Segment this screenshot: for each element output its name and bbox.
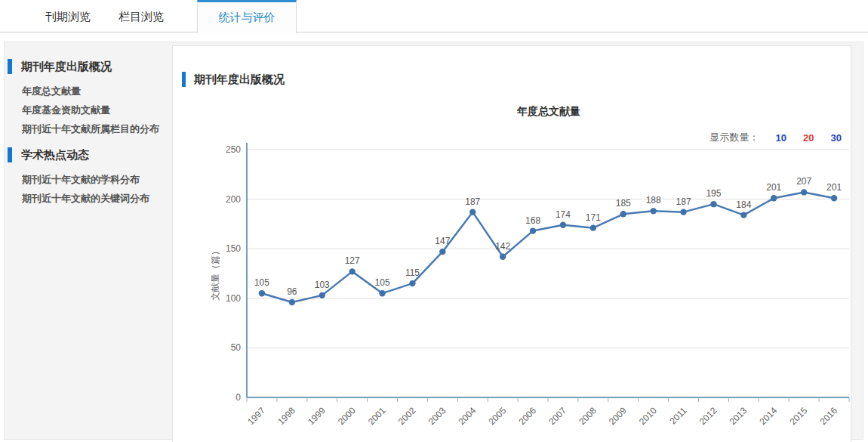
x-tick-label: 2010 <box>637 405 659 427</box>
sidebar-item-annual-total-documents[interactable]: 年度总文献量 <box>5 82 172 100</box>
blue-bar-icon <box>8 147 12 162</box>
main-panel: 期刊年度出版概况 年度总文献量 显示数量： 10 20 30 050100150… <box>172 45 851 442</box>
sidebar-item-subject-distribution[interactable]: 期刊近十年文献的学科分布 <box>5 170 172 189</box>
x-tick-label: 2016 <box>817 405 839 427</box>
x-tick-label: 2000 <box>336 405 358 427</box>
sidebar-section-academic-hotspots[interactable]: 学术热点动态 <box>8 147 172 162</box>
y-tick-label: 50 <box>231 342 242 353</box>
point-value-label: 184 <box>736 199 751 210</box>
data-point[interactable] <box>560 222 566 228</box>
point-value-label: 185 <box>616 198 631 209</box>
x-tick-label: 2005 <box>486 405 508 427</box>
data-point[interactable] <box>801 189 807 195</box>
data-point[interactable] <box>710 201 716 207</box>
x-tick-label: 2004 <box>457 405 479 427</box>
point-value-label: 105 <box>375 277 390 288</box>
x-tick-label: 1998 <box>275 405 297 427</box>
x-tick-label: 2003 <box>426 405 448 427</box>
y-tick-label: 250 <box>226 144 241 155</box>
content-wrapper: 期刊年度出版概况 年度总文献量 年度基金资助文献量 期刊近十年文献所属栏目的分布… <box>4 42 863 440</box>
section-title-text: 期刊年度出版概况 <box>194 73 285 87</box>
point-value-label: 201 <box>766 182 781 193</box>
data-point[interactable] <box>349 268 355 274</box>
point-value-label: 187 <box>465 196 480 207</box>
data-point[interactable] <box>439 249 445 255</box>
point-value-label: 168 <box>525 215 540 226</box>
data-point[interactable] <box>740 212 746 218</box>
sidebar-item-column-distribution[interactable]: 期刊近十年文献所属栏目的分布 <box>5 119 172 138</box>
point-value-label: 174 <box>556 209 571 220</box>
y-tick-label: 100 <box>226 293 241 304</box>
data-point[interactable] <box>680 209 686 215</box>
point-value-label: 188 <box>646 195 661 206</box>
point-value-label: 187 <box>676 196 691 207</box>
data-point[interactable] <box>771 195 777 201</box>
x-tick-label: 2015 <box>787 405 809 427</box>
blue-bar-icon <box>8 59 12 74</box>
data-point[interactable] <box>530 227 536 233</box>
sidebar: 期刊年度出版概况 年度总文献量 年度基金资助文献量 期刊近十年文献所属栏目的分布… <box>5 42 172 208</box>
x-tick-label: 2013 <box>728 405 749 427</box>
x-tick-label: 2002 <box>396 405 418 427</box>
point-value-label: 103 <box>315 280 330 290</box>
point-value-label: 195 <box>706 188 721 199</box>
annual-documents-line-chart: 050100150200250文献量（篇）1997199819992000200… <box>173 143 851 442</box>
blue-bar-icon <box>182 72 186 87</box>
data-point[interactable] <box>590 224 596 230</box>
x-tick-label: 2008 <box>577 405 599 427</box>
point-value-label: 171 <box>586 212 601 223</box>
display-count-option-10[interactable]: 10 <box>776 132 786 144</box>
sidebar-gap <box>5 138 172 147</box>
x-tick-label: 2009 <box>607 405 629 427</box>
data-point[interactable] <box>469 209 476 215</box>
data-point[interactable] <box>831 195 837 201</box>
tab-issue-browse[interactable]: 刊期浏览 <box>45 10 91 24</box>
data-point[interactable] <box>259 290 265 296</box>
x-tick-label: 2001 <box>366 405 388 427</box>
x-tick-label: 2011 <box>668 405 689 426</box>
data-point[interactable] <box>650 208 656 214</box>
display-count-option-20[interactable]: 20 <box>803 132 814 144</box>
data-point[interactable] <box>289 299 295 305</box>
point-value-label: 96 <box>287 286 297 297</box>
x-tick-label: 2014 <box>758 405 780 427</box>
sidebar-item-annual-funded-documents[interactable]: 年度基金资助文献量 <box>5 100 172 119</box>
point-value-label: 147 <box>435 236 450 246</box>
sidebar-section-title: 学术热点动态 <box>21 148 89 162</box>
data-point[interactable] <box>379 290 385 296</box>
x-tick-label: 2012 <box>697 405 719 427</box>
point-value-label: 207 <box>796 176 811 187</box>
x-tick-label: 1999 <box>306 405 328 427</box>
sidebar-section-publication-overview[interactable]: 期刊年度出版概况 <box>8 59 172 74</box>
display-count-option-30[interactable]: 30 <box>831 132 842 144</box>
chart-title: 年度总文献量 <box>247 105 851 119</box>
section-title: 期刊年度出版概况 <box>182 72 285 87</box>
point-value-label: 115 <box>405 267 420 278</box>
y-tick-label: 200 <box>226 194 241 205</box>
data-point[interactable] <box>409 280 415 286</box>
data-point[interactable] <box>500 253 506 259</box>
tab-column-browse[interactable]: 栏目浏览 <box>119 10 164 24</box>
tab-statistics-evaluation[interactable]: 统计与评价 <box>197 0 297 33</box>
point-value-label: 105 <box>254 277 269 288</box>
data-point[interactable] <box>319 292 325 298</box>
x-tick-label: 2007 <box>546 405 568 427</box>
top-tab-bar: 刊期浏览 栏目浏览 <box>0 0 868 32</box>
x-tick-label: 2006 <box>516 405 538 427</box>
tab-statistics-label: 统计与评价 <box>219 11 275 25</box>
point-value-label: 127 <box>345 255 360 266</box>
point-value-label: 201 <box>826 182 842 193</box>
y-tick-label: 150 <box>226 243 241 254</box>
x-tick-label: 1997 <box>245 405 267 427</box>
y-tick-label: 0 <box>235 392 241 403</box>
sidebar-item-keyword-distribution[interactable]: 期刊近十年文献的关键词分布 <box>5 189 172 208</box>
y-axis-title: 文献量（篇） <box>210 246 220 301</box>
sidebar-section-title: 期刊年度出版概况 <box>21 60 112 74</box>
point-value-label: 142 <box>495 241 510 252</box>
data-point[interactable] <box>620 211 626 217</box>
